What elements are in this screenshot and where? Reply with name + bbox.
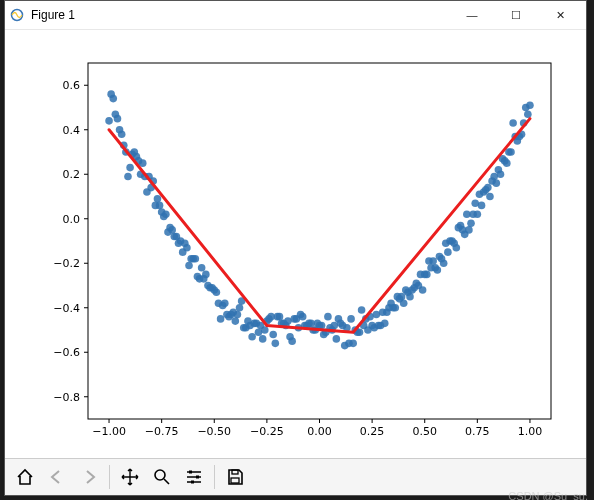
svg-point-213 [478, 202, 486, 210]
svg-point-52 [139, 159, 147, 167]
svg-text:−0.6: −0.6 [53, 346, 80, 359]
back-icon[interactable] [41, 461, 73, 493]
svg-point-110 [261, 326, 269, 334]
svg-point-45 [124, 173, 132, 181]
svg-text:−0.2: −0.2 [53, 257, 80, 270]
save-icon[interactable] [219, 461, 251, 493]
svg-point-195 [440, 259, 448, 267]
svg-point-151 [347, 315, 355, 323]
svg-point-227 [507, 148, 515, 156]
svg-point-235 [524, 110, 532, 118]
svg-point-175 [398, 293, 406, 301]
svg-point-144 [333, 335, 341, 343]
svg-point-59 [154, 195, 162, 203]
forward-icon[interactable] [73, 461, 105, 493]
svg-text:−0.8: −0.8 [53, 391, 80, 404]
pan-icon[interactable] [114, 461, 146, 493]
svg-point-185 [419, 286, 427, 294]
svg-point-66 [168, 226, 176, 234]
svg-rect-239 [196, 476, 199, 479]
zoom-icon[interactable] [146, 461, 178, 493]
svg-point-176 [400, 300, 408, 308]
svg-point-46 [126, 164, 134, 172]
svg-rect-241 [232, 470, 238, 474]
svg-point-91 [221, 300, 229, 308]
svg-point-236 [526, 101, 534, 109]
svg-point-96 [232, 317, 240, 325]
svg-rect-240 [191, 481, 194, 484]
minimize-button[interactable]: — [450, 1, 494, 29]
svg-point-80 [198, 264, 206, 272]
svg-point-109 [259, 335, 267, 343]
svg-point-152 [349, 340, 357, 348]
svg-text:0.75: 0.75 [465, 425, 490, 438]
svg-point-208 [467, 219, 475, 227]
svg-point-172 [391, 304, 399, 312]
svg-point-98 [236, 304, 244, 312]
svg-point-63 [162, 211, 170, 219]
svg-point-225 [503, 159, 511, 167]
svg-text:0.6: 0.6 [63, 79, 81, 92]
titlebar[interactable]: Figure 1 — ☐ ✕ [5, 1, 586, 30]
home-icon[interactable] [9, 461, 41, 493]
svg-point-217 [486, 193, 494, 201]
svg-text:−0.75: −0.75 [145, 425, 179, 438]
maximize-button[interactable]: ☐ [494, 1, 538, 29]
svg-point-97 [234, 311, 242, 319]
figure-window: Figure 1 — ☐ ✕ −1.00−0.75−0.50−0.250.000… [4, 0, 587, 496]
svg-text:0.0: 0.0 [63, 213, 81, 226]
svg-point-220 [492, 179, 500, 187]
svg-rect-238 [189, 471, 192, 474]
svg-point-211 [474, 211, 482, 219]
svg-text:−1.00: −1.00 [92, 425, 126, 438]
svg-point-60 [156, 202, 164, 210]
svg-point-207 [465, 226, 473, 234]
svg-point-179 [406, 293, 414, 301]
svg-point-117 [276, 313, 284, 321]
svg-point-216 [484, 184, 492, 192]
configure-icon[interactable] [178, 461, 210, 493]
svg-point-114 [269, 331, 277, 339]
svg-text:0.50: 0.50 [412, 425, 437, 438]
svg-text:0.25: 0.25 [360, 425, 385, 438]
svg-point-237 [155, 470, 165, 480]
svg-text:−0.25: −0.25 [250, 425, 284, 438]
svg-point-115 [272, 340, 280, 348]
svg-point-167 [381, 320, 389, 328]
svg-text:0.00: 0.00 [307, 425, 332, 438]
separator [109, 465, 110, 489]
svg-rect-1 [88, 63, 551, 419]
svg-point-187 [423, 271, 431, 279]
svg-point-228 [509, 119, 517, 127]
separator [214, 465, 215, 489]
svg-rect-242 [231, 478, 239, 483]
watermark: CSDN @Su_su. [508, 490, 588, 500]
svg-point-123 [288, 337, 296, 345]
svg-point-222 [497, 170, 505, 178]
svg-point-140 [324, 313, 332, 321]
svg-point-201 [452, 244, 460, 252]
svg-point-40 [114, 115, 122, 123]
svg-point-77 [192, 255, 200, 263]
svg-point-190 [429, 257, 437, 265]
svg-point-73 [183, 244, 191, 252]
nav-toolbar [5, 458, 586, 495]
svg-text:−0.50: −0.50 [197, 425, 231, 438]
svg-text:1.00: 1.00 [518, 425, 543, 438]
svg-point-89 [217, 315, 225, 323]
close-button[interactable]: ✕ [538, 1, 582, 29]
svg-point-74 [185, 262, 193, 270]
svg-point-128 [299, 313, 307, 321]
svg-point-104 [248, 333, 256, 341]
svg-point-197 [444, 248, 452, 256]
chart: −1.00−0.75−0.50−0.250.000.250.500.751.00… [5, 30, 586, 459]
svg-point-36 [105, 117, 113, 125]
plot-canvas[interactable]: −1.00−0.75−0.50−0.250.000.250.500.751.00… [5, 30, 586, 459]
window-title: Figure 1 [31, 8, 450, 22]
app-icon [9, 7, 25, 23]
svg-text:0.4: 0.4 [63, 124, 81, 137]
svg-point-38 [109, 95, 117, 103]
svg-point-156 [358, 306, 366, 314]
svg-text:0.2: 0.2 [63, 168, 81, 181]
svg-text:−0.4: −0.4 [53, 302, 80, 315]
